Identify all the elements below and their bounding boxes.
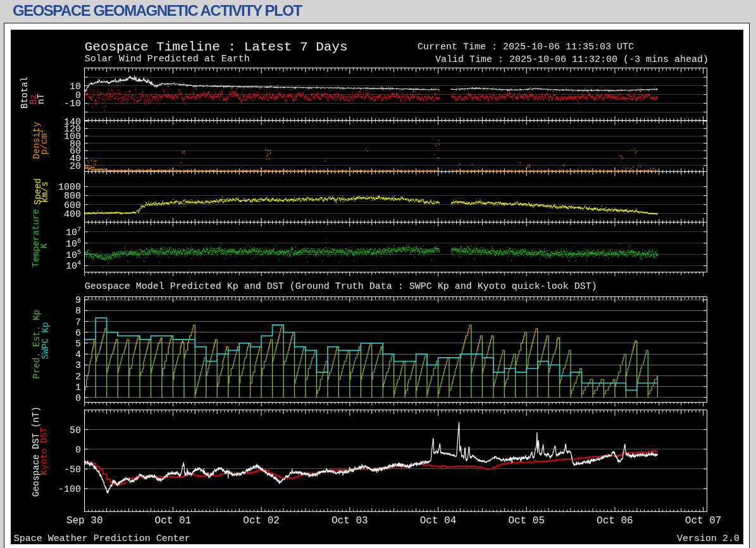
svg-text:5: 5 [75,339,81,350]
svg-text:nT: nT [36,94,46,104]
svg-text:400: 400 [64,209,81,220]
svg-text:8: 8 [75,306,81,317]
svg-text:104: 104 [66,260,81,272]
svg-text:105: 105 [66,249,81,261]
svg-text:Solar Wind Predicted at Earth: Solar Wind Predicted at Earth [85,54,250,64]
svg-text:km/s: km/s [40,181,50,203]
svg-text:0: 0 [75,393,81,404]
svg-text:50: 50 [70,425,81,436]
svg-text:9: 9 [75,295,81,306]
svg-text:7: 7 [75,317,81,328]
svg-text:Version 2.0: Version 2.0 [677,533,740,544]
svg-text:20: 20 [70,161,81,172]
svg-text:Geospace Timeline : Latest 7 D: Geospace Timeline : Latest 7 Days [85,40,348,54]
svg-text:Oct 07: Oct 07 [685,515,722,527]
svg-text:Valid Time : 2025-10-06 11:32:: Valid Time : 2025-10-06 11:32:00 (-3 min… [435,54,709,65]
svg-text:Oct 03: Oct 03 [332,515,368,527]
svg-text:-100: -100 [58,484,81,495]
svg-text:SWPC Kp: SWPC Kp [40,322,51,360]
svg-text:p/cm3: p/cm3 [38,130,49,155]
svg-text:Kyoto DST: Kyoto DST [40,427,50,475]
svg-text:Geospace Model Predicted Kp an: Geospace Model Predicted Kp and DST (Gro… [85,281,597,292]
svg-text:Oct 06: Oct 06 [597,515,633,527]
svg-text:107: 107 [66,226,81,238]
svg-text:Oct 05: Oct 05 [508,515,545,527]
svg-text:4: 4 [75,350,81,360]
svg-text:Oct 01: Oct 01 [155,515,192,527]
svg-text:Oct 04: Oct 04 [420,515,457,527]
svg-text:-50: -50 [64,465,81,475]
svg-text:Temperature: Temperature [32,209,42,267]
svg-text:6: 6 [75,328,81,339]
svg-text:Space Weather Prediction Cente: Space Weather Prediction Center [14,533,190,544]
svg-text:106: 106 [66,238,81,250]
svg-text:Sep 30: Sep 30 [66,515,103,527]
svg-text:0: 0 [75,445,81,456]
svg-text:3: 3 [75,360,81,371]
svg-text:Current Time : 2025-10-06 11:3: Current Time : 2025-10-06 11:35:03 UTC [418,42,634,52]
svg-text:K: K [39,243,49,248]
svg-text:1: 1 [75,382,81,393]
svg-text:Oct 02: Oct 02 [243,515,280,527]
svg-text:-10: -10 [64,99,81,109]
svg-text:2: 2 [75,372,81,382]
